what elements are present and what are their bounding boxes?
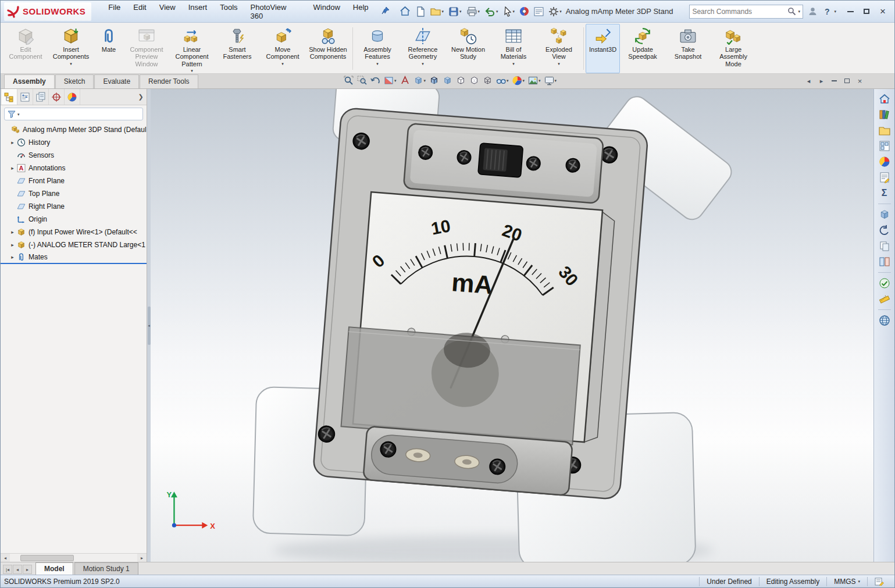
ribbon-button-exploded-view[interactable]: Exploded View ▾ — [536, 24, 582, 73]
scroll-left-icon[interactable]: ◂ — [1, 554, 10, 562]
tab-sketch[interactable]: Sketch — [55, 74, 94, 88]
ribbon-button-mate[interactable]: Mate — [94, 24, 124, 73]
tree-item-analog-meter-stand[interactable]: ▸ (-) ANALOG METER STAND Large<1 — [1, 238, 147, 251]
configuration-manager-tab-icon[interactable] — [33, 89, 49, 105]
menu-edit[interactable]: Edit — [127, 1, 152, 23]
login-icon[interactable] — [805, 5, 820, 17]
expand-arrow-icon[interactable]: ▸ — [9, 254, 16, 260]
command-list-icon[interactable] — [532, 6, 545, 17]
select-caret-icon[interactable]: ▾ — [513, 9, 515, 13]
property-manager-tab-icon[interactable] — [17, 89, 33, 105]
menu-help[interactable]: Help — [347, 1, 375, 23]
ribbon-button-assembly-features[interactable]: Assembly Features ▾ — [355, 24, 400, 73]
open-icon[interactable]: ▾ — [429, 5, 446, 18]
reference-geometry-caret-icon[interactable]: ▾ — [422, 62, 424, 66]
view-palette-icon[interactable] — [878, 139, 892, 153]
expand-arrow-icon[interactable]: ▸ — [9, 140, 16, 145]
dimxpert-manager-tab-icon[interactable] — [49, 89, 65, 105]
tab-evaluate[interactable]: Evaluate — [94, 74, 139, 88]
mouse-gestures-icon[interactable] — [518, 5, 531, 17]
3d-model-analog-meter[interactable]: 0 10 20 30 mA — [151, 89, 873, 562]
hide-show-items-icon[interactable]: ▾ — [495, 75, 510, 86]
undo-caret-icon[interactable]: ▾ — [496, 9, 498, 13]
ribbon-button-update-speedpak[interactable]: Update Speedpak — [620, 24, 665, 73]
menu-tools[interactable]: Tools — [213, 1, 244, 23]
tab-model[interactable]: Model — [35, 562, 73, 575]
bill-of-materials-caret-icon[interactable]: ▾ — [512, 62, 515, 66]
edit-appearance-caret-icon[interactable]: ▾ — [523, 79, 525, 83]
previous-sheet-icon[interactable]: ◂ — [13, 565, 22, 574]
minimize-button[interactable] — [842, 5, 858, 19]
tree-item-front-plane[interactable]: Front Plane — [1, 174, 147, 187]
open-caret-icon[interactable]: ▾ — [442, 9, 444, 13]
apply-scene-caret-icon[interactable]: ▾ — [539, 79, 541, 83]
previous-window-icon[interactable]: ◂ — [803, 76, 814, 86]
tree-item-top-plane[interactable]: Top Plane — [1, 187, 147, 200]
search-input[interactable] — [692, 8, 786, 16]
view-orientation-caret-icon[interactable]: ▾ — [424, 79, 426, 83]
pin-menu-icon[interactable] — [381, 6, 390, 17]
design-checker-icon[interactable] — [878, 276, 892, 290]
tree-item-annotations[interactable]: ▸ A Annotations — [1, 162, 147, 174]
zoom-area-icon[interactable] — [356, 75, 368, 86]
measure-icon[interactable] — [878, 292, 892, 306]
document-compare-icon[interactable] — [878, 255, 892, 269]
save-icon[interactable]: ▾ — [447, 5, 463, 18]
options-caret-icon[interactable]: ▾ — [559, 9, 562, 13]
file-explorer-icon[interactable] — [878, 123, 892, 137]
display-manager-tab-icon[interactable] — [65, 89, 80, 105]
close-button[interactable]: × — [875, 5, 891, 19]
tree-item-sensors[interactable]: Sensors — [1, 149, 147, 162]
display-style-shaded-icon[interactable] — [441, 75, 454, 86]
zoom-fit-icon[interactable] — [343, 75, 355, 86]
help-globe-icon[interactable] — [878, 313, 892, 327]
custom-properties-icon[interactable] — [878, 170, 892, 184]
ribbon-button-bill-of-materials[interactable]: Bill of Materials ▾ — [491, 24, 536, 73]
ribbon-button-instant3d[interactable]: Instant3D — [586, 24, 620, 73]
meter-switch[interactable] — [478, 143, 523, 177]
graphics-viewport[interactable]: 0 10 20 30 mA — [151, 89, 873, 562]
home-icon[interactable] — [398, 5, 412, 18]
tree-horizontal-scrollbar[interactable]: ◂ ▸ — [1, 553, 147, 562]
expand-arrow-icon[interactable]: ▸ — [9, 165, 16, 171]
expand-arrow-icon[interactable]: ▸ — [9, 242, 16, 248]
scrollbar-thumb[interactable] — [20, 555, 74, 561]
search-icon[interactable] — [787, 7, 796, 16]
apply-scene-icon[interactable]: ▾ — [527, 75, 542, 86]
viewport-close-icon[interactable]: × — [854, 76, 865, 86]
view-orientation-icon[interactable]: ▾ — [412, 75, 427, 86]
tree-root-assembly[interactable]: Analog mAmp Meter 3DP Stand (Defaul — [1, 123, 147, 136]
display-style-wireframe-icon[interactable] — [482, 75, 494, 86]
menu-window[interactable]: Window — [307, 1, 347, 23]
first-sheet-icon[interactable]: |◂ — [3, 565, 12, 574]
edit-appearance-icon[interactable]: ▾ — [511, 75, 526, 86]
display-style-hidden-lines-removed-icon[interactable] — [455, 75, 467, 86]
feature-manager-tab-icon[interactable] — [2, 89, 17, 105]
tree-item-input-power-wire[interactable]: ▸ (f) Input Power Wire<1> (Default<< — [1, 226, 147, 238]
copy-settings-icon[interactable] — [878, 239, 892, 253]
filter-funnel-icon[interactable] — [8, 111, 16, 118]
ribbon-button-insert-components[interactable]: Insert Components ▾ — [48, 24, 94, 73]
move-component-caret-icon[interactable]: ▾ — [281, 62, 284, 66]
undo-icon[interactable]: ▾ — [483, 5, 500, 18]
help-caret-icon[interactable]: ▾ — [834, 9, 836, 13]
maximize-button[interactable] — [858, 5, 875, 19]
ribbon-button-move-component[interactable]: Move Component ▾ — [260, 24, 305, 73]
search-caret-icon[interactable]: ▾ — [798, 9, 800, 13]
next-window-icon[interactable]: ▸ — [816, 76, 827, 86]
menu-insert[interactable]: Insert — [182, 1, 214, 23]
save-caret-icon[interactable]: ▾ — [459, 9, 462, 13]
hide-show-caret-icon[interactable]: ▾ — [507, 79, 509, 83]
scroll-right-icon[interactable]: ▸ — [137, 554, 147, 562]
dynamic-annotation-views-icon[interactable] — [399, 75, 411, 86]
equations-icon[interactable]: Σ — [878, 186, 892, 200]
viewport-restore-icon[interactable] — [841, 76, 853, 86]
ribbon-button-smart-fasteners[interactable]: Smart Fasteners — [215, 24, 260, 73]
ribbon-button-large-assembly-mode[interactable]: Large Assembly Mode — [711, 24, 756, 73]
tree-item-mates[interactable]: ▸ Mates — [1, 251, 147, 264]
options-gear-icon[interactable]: ▾ — [547, 5, 564, 18]
ribbon-button-show-hidden-components[interactable]: Show Hidden Components — [305, 24, 351, 73]
assembly-features-caret-icon[interactable]: ▾ — [376, 62, 379, 66]
tree-item-right-plane[interactable]: Right Plane — [1, 200, 147, 213]
select-icon[interactable]: ▾ — [501, 5, 517, 18]
